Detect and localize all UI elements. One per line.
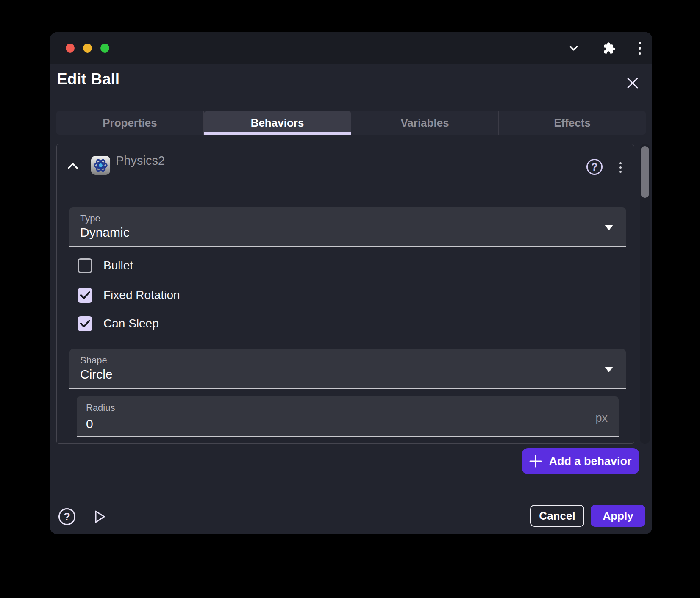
plus-icon bbox=[529, 455, 542, 468]
behavior-help-icon[interactable]: ? bbox=[586, 159, 603, 175]
type-label: Type bbox=[80, 213, 100, 224]
behavior-card: Physics2 ? Type Dynamic Bullet bbox=[56, 144, 634, 444]
tab-label: Behaviors bbox=[251, 116, 304, 130]
window-titlebar bbox=[50, 32, 652, 64]
close-icon[interactable] bbox=[623, 73, 642, 93]
tab-variables[interactable]: Variables bbox=[351, 111, 499, 135]
behavior-name: Physics2 bbox=[116, 154, 165, 167]
tab-bar: Properties Behaviors Variables Effects bbox=[56, 111, 646, 135]
traffic-maximize-button[interactable] bbox=[100, 44, 109, 53]
kebab-menu-icon[interactable] bbox=[639, 42, 641, 55]
titlebar-actions bbox=[567, 42, 652, 55]
cancel-button[interactable]: Cancel bbox=[530, 505, 584, 527]
tab-label: Variables bbox=[400, 116, 449, 130]
type-select[interactable]: Type Dynamic bbox=[69, 207, 626, 247]
behavior-kebab-menu-icon[interactable] bbox=[617, 160, 624, 175]
tab-behaviors[interactable]: Behaviors bbox=[204, 111, 351, 135]
checkbox-label: Can Sleep bbox=[103, 317, 159, 330]
checkbox-row-bullet[interactable]: Bullet bbox=[78, 258, 133, 273]
add-behavior-label: Add a behavior bbox=[549, 455, 631, 468]
scrollbar-thumb[interactable] bbox=[641, 146, 649, 198]
tab-properties[interactable]: Properties bbox=[56, 111, 204, 135]
checkbox-row-fixed-rotation[interactable]: Fixed Rotation bbox=[78, 288, 180, 303]
traffic-minimize-button[interactable] bbox=[83, 44, 92, 53]
dropdown-caret-icon bbox=[605, 225, 613, 230]
collapse-chevron-icon[interactable] bbox=[65, 158, 81, 174]
checkbox-row-can-sleep[interactable]: Can Sleep bbox=[78, 316, 159, 331]
tab-label: Effects bbox=[554, 116, 591, 130]
tab-label: Properties bbox=[103, 116, 157, 130]
traffic-lights bbox=[50, 44, 109, 53]
play-icon[interactable] bbox=[92, 509, 108, 525]
radius-unit: px bbox=[595, 412, 608, 425]
dropdown-caret-icon bbox=[605, 367, 613, 372]
scrollbar-track[interactable] bbox=[640, 144, 650, 444]
radius-field[interactable]: Radius px bbox=[77, 396, 619, 437]
radius-label: Radius bbox=[86, 402, 115, 413]
physics-atom-icon bbox=[91, 155, 111, 175]
help-icon[interactable]: ? bbox=[58, 508, 75, 525]
chevron-down-icon[interactable] bbox=[567, 42, 580, 55]
page-title: Edit Ball bbox=[57, 70, 119, 88]
checkbox-label: Fixed Rotation bbox=[103, 288, 180, 302]
can-sleep-checkbox[interactable] bbox=[78, 316, 92, 331]
puzzle-extension-icon[interactable] bbox=[603, 42, 616, 55]
shape-select[interactable]: Shape Circle bbox=[69, 349, 626, 389]
shape-value: Circle bbox=[80, 367, 113, 382]
apply-button[interactable]: Apply bbox=[591, 505, 645, 527]
checkbox-label: Bullet bbox=[103, 259, 133, 272]
edit-object-dialog: Edit Ball Properties Behaviors Variables… bbox=[50, 32, 652, 534]
bullet-checkbox[interactable] bbox=[78, 258, 92, 273]
behavior-name-field[interactable]: Physics2 bbox=[116, 154, 577, 174]
shape-label: Shape bbox=[80, 355, 107, 366]
tab-effects[interactable]: Effects bbox=[499, 111, 646, 135]
screen-background: Edit Ball Properties Behaviors Variables… bbox=[0, 0, 700, 598]
radius-input[interactable] bbox=[86, 417, 467, 431]
traffic-close-button[interactable] bbox=[66, 44, 75, 53]
add-behavior-button[interactable]: Add a behavior bbox=[522, 448, 639, 474]
type-value: Dynamic bbox=[80, 225, 130, 240]
fixed-rotation-checkbox[interactable] bbox=[78, 288, 92, 303]
